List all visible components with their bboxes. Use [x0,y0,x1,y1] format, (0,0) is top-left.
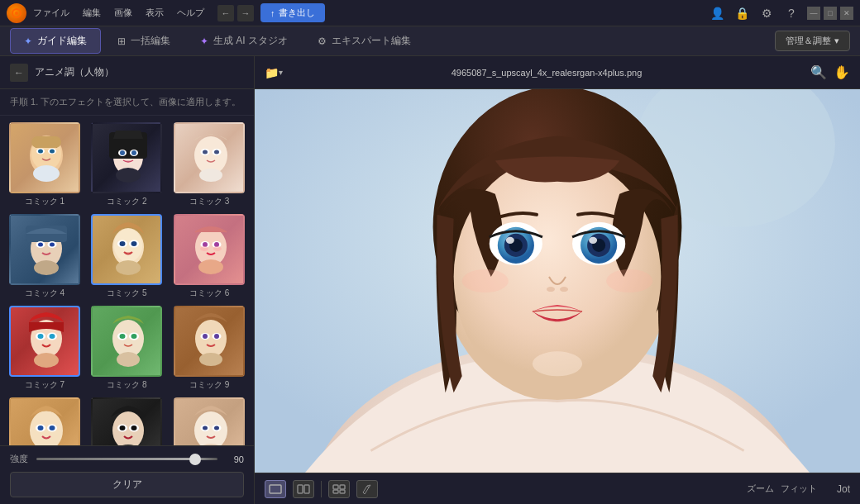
maximize-button[interactable]: □ [824,7,837,20]
list-item[interactable]: コミック 2 [89,122,165,207]
minimize-button[interactable]: — [807,7,820,20]
manage-button[interactable]: 管理＆調整 ▾ [775,31,850,51]
svg-rect-107 [304,485,309,493]
svg-point-56 [117,352,140,367]
effect-label-2: コミック 2 [107,196,146,207]
svg-point-60 [203,334,208,339]
menu-view[interactable]: 表示 [146,7,164,19]
svg-point-44 [198,259,223,274]
effect-thumb-4[interactable] [9,214,80,285]
svg-point-74 [194,411,227,445]
menu-bar: ファイル 編集 画像 表示 ヘルプ [33,7,204,19]
strength-value: 90 [224,454,244,464]
menu-help[interactable]: ヘルプ [177,7,204,19]
fit-label: フィット [781,483,817,495]
menu-edit[interactable]: 編集 [83,7,101,19]
svg-point-103 [606,269,652,292]
effect-thumb-7[interactable] [9,306,80,377]
list-item[interactable]: コミック 11 [89,397,165,445]
list-item[interactable]: コミック 7 [7,306,83,391]
panel-back-button[interactable]: ← [10,64,28,82]
search-button[interactable]: 🔍 [810,64,827,80]
svg-point-29 [34,260,59,275]
tab-expert-edit[interactable]: ⚙ エキスパート編集 [304,29,424,53]
expert-icon: ⚙ [318,36,327,47]
strength-slider[interactable] [36,458,217,460]
list-item[interactable]: コミック 1 [7,122,83,207]
svg-point-62 [199,353,222,366]
list-item[interactable]: ↓ コミック 12 [171,397,247,445]
title-bar: ファイル 編集 画像 表示 ヘルプ ← → ↑ 書き出し 👤 🔒 ⚙ ? — □… [0,0,860,26]
list-item[interactable]: コミック 6 [171,214,247,299]
app-logo [7,3,26,23]
gear-icon[interactable]: ⚙ [757,4,776,22]
svg-point-27 [38,243,43,247]
batch-icon: ⊞ [117,36,126,47]
tab-ai-studio[interactable]: ✦ 生成 AI スタジオ [187,29,301,53]
image-area [255,89,860,473]
strength-row: 強度 90 [10,453,244,465]
nav-forward-button[interactable]: → [237,5,254,21]
effect-thumb-1[interactable] [9,122,80,193]
svg-point-43 [213,246,222,251]
effect-thumb-6[interactable] [174,214,245,285]
list-item[interactable]: コミック 9 [171,306,247,391]
svg-point-57 [195,320,227,358]
filename-text: 4965087_s_upscayl_4x_realesrgan-x4plus.p… [289,68,804,78]
svg-point-20 [203,150,208,155]
clear-button[interactable]: クリア [10,472,244,497]
list-item[interactable]: コミック 5 [89,214,165,299]
svg-point-16 [116,168,141,183]
main-content: ← アニメ調（人物） 手順 1. 下のエフェクトを選択して、画像に適用します。 [0,56,860,504]
folder-button[interactable]: 📁 ▾ [265,66,283,79]
svg-point-34 [120,241,126,246]
left-panel: ← アニメ調（人物） 手順 1. 下のエフェクトを選択して、画像に適用します。 [0,56,255,504]
svg-point-71 [120,426,126,430]
effect-thumb-9[interactable] [174,306,245,377]
separator [321,481,322,497]
svg-point-42 [200,246,208,251]
grid-view-button[interactable] [328,480,350,498]
effect-thumb-8[interactable] [91,306,162,377]
svg-point-68 [112,411,144,445]
list-item[interactable]: コミック 4 [7,214,83,299]
split-view-button[interactable] [293,480,314,498]
single-view-button[interactable] [265,480,286,498]
effect-label-4: コミック 4 [25,288,64,299]
effect-label-3: コミック 3 [189,196,229,207]
effect-thumb-5[interactable] [91,214,162,285]
tab-batch-edit[interactable]: ⊞ 一括編集 [104,29,184,53]
help-icon[interactable]: ? [782,4,800,22]
effect-thumb-3[interactable] [174,122,245,193]
zoom-info: ズーム フィット [747,483,817,495]
effect-thumb-2[interactable] [91,122,162,193]
effect-thumb-11[interactable] [91,397,162,445]
export-button[interactable]: ↑ 書き出し [260,3,325,22]
effect-label-9: コミック 9 [189,379,229,391]
menu-image[interactable]: 画像 [114,7,132,19]
close-button[interactable]: ✕ [840,7,853,20]
svg-point-55 [131,334,137,339]
list-item[interactable]: コミック 10 [7,397,83,445]
effect-thumb-12[interactable]: ↓ [174,397,245,445]
svg-point-22 [199,169,222,182]
svg-rect-105 [270,485,281,493]
tab-bar: ✦ ガイド編集 ⊞ 一括編集 ✦ 生成 AI スタジオ ⚙ エキスパート編集 管… [0,26,860,56]
svg-point-98 [506,237,514,244]
svg-point-50 [34,353,59,368]
tab-guide-edit[interactable]: ✦ ガイド編集 [10,28,101,54]
hand-tool-button[interactable]: ✋ [834,64,850,80]
effect-thumb-10[interactable] [9,397,80,445]
svg-point-9 [33,165,60,182]
account-icon[interactable]: 🔒 [733,4,751,22]
nav-back-button[interactable]: ← [217,5,234,21]
pen-tool-button[interactable] [356,480,378,498]
svg-rect-109 [340,485,345,489]
svg-point-101 [560,287,568,292]
menu-file[interactable]: ファイル [33,7,69,19]
svg-point-21 [214,150,219,155]
list-item[interactable]: コミック 3 [171,122,247,207]
panel-description: 手順 1. 下のエフェクトを選択して、画像に適用します。 [0,89,254,116]
person-icon[interactable]: 👤 [708,4,726,22]
list-item[interactable]: コミック 8 [89,306,165,391]
